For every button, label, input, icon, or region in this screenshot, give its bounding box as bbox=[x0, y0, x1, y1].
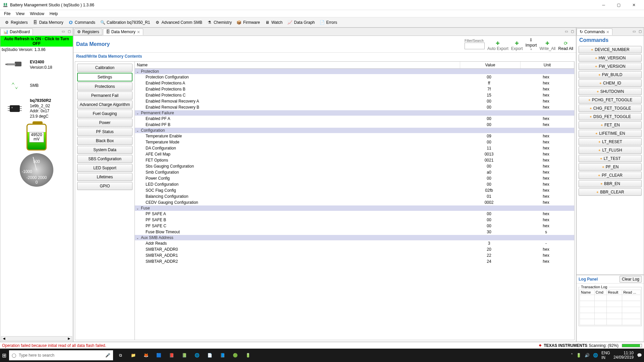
tab-registers[interactable]: ⚙Registers bbox=[74, 28, 102, 35]
category-permanent-fail[interactable]: Permanent Fail bbox=[77, 92, 132, 100]
log-col-name[interactable]: Name bbox=[580, 290, 595, 295]
dashboard-scrollbar[interactable]: ◄► bbox=[1, 336, 72, 341]
col-value[interactable]: Value bbox=[460, 62, 521, 68]
tab-data-memory[interactable]: 🗄Data Memory ⨯ bbox=[103, 28, 143, 35]
app-icon[interactable]: 📄 bbox=[205, 351, 214, 360]
chevron-down-icon[interactable]: ▼ bbox=[530, 48, 533, 51]
acrobat-icon[interactable]: 📕 bbox=[167, 351, 176, 360]
tool-watch[interactable]: 🖥Watch bbox=[263, 19, 285, 26]
table-row[interactable]: SMBTAR_ADDR020hex bbox=[135, 246, 574, 252]
cmd-lifetime_en[interactable]: ✦LIFETIME_EN bbox=[579, 130, 642, 137]
category-system-data[interactable]: System Data bbox=[77, 146, 132, 154]
clear-log-button[interactable]: Clear Log bbox=[620, 276, 642, 283]
table-row[interactable]: PF SAFE C00hex bbox=[135, 223, 574, 229]
table-row[interactable]: Addr Reads3- bbox=[135, 240, 574, 246]
maximize-button[interactable]: ▢ bbox=[611, 0, 626, 10]
volume-icon[interactable]: 🔊 bbox=[585, 353, 590, 358]
cmd-pf_clear[interactable]: ✦PF_CLEAR bbox=[579, 172, 642, 179]
table-row[interactable]: Enabled Protections B7fhex bbox=[135, 86, 574, 92]
log-col-read[interactable]: Read ... bbox=[622, 290, 641, 295]
auto-refresh-toggle[interactable]: Auto Refresh is ON - Click to Turn OFF bbox=[0, 36, 73, 47]
table-row[interactable]: Protection Configuration00hex bbox=[135, 74, 574, 80]
table-row[interactable]: Power Config00hex bbox=[135, 175, 574, 181]
menu-view[interactable]: View bbox=[13, 11, 27, 17]
action-import[interactable]: ⬇Import▼ bbox=[525, 37, 537, 51]
menu-window[interactable]: Window bbox=[27, 11, 47, 17]
panel-max-icon[interactable]: ▢ bbox=[67, 29, 71, 34]
panel-min-icon[interactable]: ▭ bbox=[564, 29, 569, 34]
table-row[interactable]: Enabled Protections Affhex bbox=[135, 80, 574, 86]
tool-data-graph[interactable]: 📈Data Graph bbox=[285, 19, 317, 26]
lang-indicator[interactable]: ENGIN bbox=[601, 351, 610, 360]
panel-min-icon[interactable]: ▭ bbox=[632, 29, 636, 34]
notifications-icon[interactable]: 💬 bbox=[637, 353, 642, 358]
action-auto-export[interactable]: ✚Auto Export bbox=[487, 41, 508, 51]
network-icon[interactable]: 🌐 bbox=[593, 353, 598, 358]
category-gpio[interactable]: GPIO bbox=[77, 182, 132, 190]
menu-file[interactable]: File bbox=[1, 11, 13, 17]
group-protection[interactable]: ⌄Protection bbox=[135, 69, 574, 74]
category-fuel-gauging[interactable]: Fuel Gauging bbox=[77, 110, 132, 118]
category-pf-status[interactable]: PF Status bbox=[77, 128, 132, 136]
close-button[interactable]: ✕ bbox=[626, 0, 641, 10]
cmd-lt_test[interactable]: ✦LT_TEST bbox=[579, 155, 642, 162]
cmd-chg_fet_toggle[interactable]: ✦CHG_FET_TOGGLE bbox=[579, 105, 642, 112]
tool-chemistry[interactable]: ⚗Chemistry bbox=[205, 19, 234, 26]
cmd-pf_en[interactable]: ✦PF_EN bbox=[579, 163, 642, 171]
taskbar-search[interactable]: ◯ Type here to search 🎤 bbox=[9, 350, 113, 360]
panel-max-icon[interactable]: ▢ bbox=[570, 29, 575, 34]
cmd-fw_version[interactable]: ✦FW_VERSION bbox=[579, 63, 642, 70]
action-export[interactable]: ✚Export bbox=[511, 41, 523, 51]
category-led-support[interactable]: LED Support bbox=[77, 164, 132, 172]
table-row[interactable]: PF SAFE A00hex bbox=[135, 211, 574, 217]
mic-icon[interactable]: 🎤 bbox=[105, 353, 110, 358]
category-sbs-configuration[interactable]: SBS Configuration bbox=[77, 155, 132, 163]
tool-commands[interactable]: Commands bbox=[66, 19, 97, 26]
grid-body[interactable]: ⌄ProtectionProtection Configuration00hex… bbox=[135, 69, 574, 340]
table-row[interactable]: Enabled PF B00hex bbox=[135, 122, 574, 128]
action-read-all[interactable]: ⟳Read All bbox=[558, 41, 573, 51]
cmd-device_number[interactable]: ✦DEVICE_NUMBER bbox=[579, 46, 642, 53]
tool-registers[interactable]: ⚙Registers bbox=[2, 19, 30, 26]
cmd-lt_reset[interactable]: ✦LT_RESET bbox=[579, 138, 642, 145]
category-lifetimes[interactable]: Lifetimes bbox=[77, 173, 132, 181]
table-row[interactable]: SOC Flag Config02fbhex bbox=[135, 187, 574, 193]
category-black-box[interactable]: Black Box bbox=[77, 137, 132, 145]
log-col-result[interactable]: Result bbox=[607, 290, 622, 295]
table-row[interactable]: Enabled PF A00hex bbox=[135, 116, 574, 122]
table-row[interactable]: FET Options0021hex bbox=[135, 157, 574, 163]
table-row[interactable]: LED Configuration00hex bbox=[135, 181, 574, 187]
action-write-all[interactable]: ✚Write_All bbox=[540, 41, 556, 51]
word-icon[interactable]: 📘 bbox=[218, 351, 227, 360]
panel-min-icon[interactable]: ▭ bbox=[61, 29, 65, 34]
firefox-icon[interactable]: 🦊 bbox=[141, 351, 151, 360]
group-configuration[interactable]: ⌄Configuration bbox=[135, 128, 574, 133]
category-advanced-charge-algorithm[interactable]: Advanced Charge Algorithm bbox=[77, 101, 132, 109]
category-power[interactable]: Power bbox=[77, 119, 132, 127]
cmd-fet_en[interactable]: ✦FET_EN bbox=[579, 121, 642, 129]
battery-icon[interactable]: 🔋 bbox=[576, 353, 581, 358]
tab-dashboard[interactable]: 📊DashBoard bbox=[0, 28, 33, 35]
group-fuse[interactable]: ⌄Fuse bbox=[135, 205, 574, 211]
cmd-hw_version[interactable]: ✦HW_VERSION bbox=[579, 54, 642, 62]
category-settings[interactable]: Settings bbox=[77, 73, 132, 81]
table-row[interactable]: Fuse Blow Timeout30s bbox=[135, 229, 574, 235]
table-row[interactable]: Enabled Protections C15hex bbox=[135, 92, 574, 98]
app-icon[interactable]: 🟢 bbox=[230, 351, 240, 360]
bqstudio-icon[interactable]: 🔋 bbox=[243, 351, 253, 360]
table-row[interactable]: SMBTAR_ADDR122hex bbox=[135, 252, 574, 258]
chrome-icon[interactable]: 🌐 bbox=[192, 351, 202, 360]
tool-data-memory[interactable]: 🗄Data Memory bbox=[31, 19, 65, 26]
table-row[interactable]: DA Configuration11hex bbox=[135, 145, 574, 151]
group-permanent-failure[interactable]: ⌄Permanent Failure bbox=[135, 110, 574, 116]
category-protections[interactable]: Protections bbox=[77, 82, 132, 90]
tool-errors[interactable]: 📄Errors bbox=[318, 19, 339, 26]
filter-input[interactable] bbox=[465, 43, 485, 49]
tool-calibration[interactable]: 🔍Calibration bq78350_R1 bbox=[98, 19, 152, 26]
table-row[interactable]: Enabled Removal Recovery B00hex bbox=[135, 104, 574, 110]
tab-close-icon[interactable]: ⨯ bbox=[137, 29, 140, 34]
minimize-button[interactable]: ─ bbox=[596, 0, 611, 10]
tab-close-icon[interactable]: ⨯ bbox=[606, 29, 609, 34]
col-unit[interactable]: Unit bbox=[521, 62, 574, 68]
table-row[interactable]: Temperature Mode00hex bbox=[135, 139, 574, 145]
